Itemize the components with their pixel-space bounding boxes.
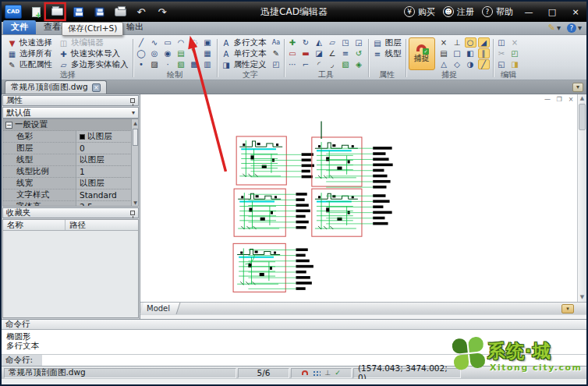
property-row-textheight[interactable]: 字体高 2.5 <box>3 201 138 207</box>
print-button[interactable] <box>113 4 127 19</box>
match-properties-button[interactable]: ✎匹配属性 <box>5 59 54 70</box>
property-grid-scrollbar[interactable]: ▲ ▼ <box>131 119 138 206</box>
model-tab[interactable]: Model <box>140 303 181 314</box>
close-button[interactable]: × <box>568 5 583 18</box>
rotate-icon[interactable]: ↻ <box>300 37 312 48</box>
app-logo-icon[interactable]: CAD <box>5 5 22 19</box>
dynamic-input-toggle-icon[interactable]: ✓ <box>335 369 341 377</box>
quick-entity-import-button[interactable]: ✚快速实体导入 <box>57 48 130 59</box>
order-icon[interactable]: ▱ <box>327 37 338 48</box>
save-button[interactable] <box>71 4 85 19</box>
draw-grid-icon[interactable]: ▩ <box>189 59 200 69</box>
snap-toggle-button[interactable]: 捕捉 <box>409 37 435 70</box>
draw-area-icon[interactable]: ▥ <box>202 59 214 69</box>
favorites-col-name[interactable]: 名称 <box>3 220 66 230</box>
scrollbar-thumb[interactable] <box>133 129 138 146</box>
draw-circle-icon[interactable]: ◯ <box>136 48 147 58</box>
redo-button[interactable]: ↷ <box>155 4 169 19</box>
mirror-icon[interactable]: ◭ <box>313 37 325 48</box>
mdi-restore-icon[interactable]: ❐ <box>554 95 564 104</box>
undo-button[interactable]: ↶ <box>134 4 148 19</box>
tab-output[interactable]: 输出 <box>119 20 151 34</box>
draw-block-icon[interactable]: ▣ <box>202 37 214 48</box>
snap-tangent-icon[interactable]: ◑ <box>465 59 476 69</box>
favorites-col-path[interactable]: 路径 <box>66 220 138 230</box>
open-button[interactable] <box>50 4 64 19</box>
snap-nearest-icon[interactable]: ◢ <box>478 37 490 48</box>
select-all-button[interactable]: ▦选择所有 <box>5 48 54 59</box>
polygon-entity-input-button[interactable]: ▱多边形实体输入 <box>57 59 130 70</box>
property-row-linetype[interactable]: 线型 以图层 <box>3 154 138 166</box>
property-row-color[interactable]: 色彩 以图层 <box>3 131 138 143</box>
preset-dropdown[interactable]: 默认值 ▾ <box>2 107 139 119</box>
draw-revcloud-icon[interactable]: ◌ <box>189 37 200 48</box>
draw-rectangle-icon[interactable]: ▭ <box>162 37 174 48</box>
pin-icon[interactable] <box>130 211 135 215</box>
draw-spline-icon[interactable]: ∿ <box>149 37 161 48</box>
chamfer-icon[interactable]: ◞ <box>327 59 338 69</box>
pin-icon[interactable] <box>130 98 135 103</box>
property-row-layer[interactable]: 图层 0 <box>3 143 138 154</box>
maximize-button[interactable]: □ <box>544 5 560 18</box>
layer-button[interactable]: ▤图层 <box>371 37 403 48</box>
align-icon[interactable]: ≡ <box>340 48 352 58</box>
mtext-button[interactable]: A多行文本 <box>220 37 268 48</box>
move-icon[interactable]: ✚ <box>287 37 299 48</box>
minimize-button[interactable]: — <box>521 5 537 18</box>
ungroup-icon[interactable]: ◲ <box>353 37 365 48</box>
property-row-lineweight[interactable]: 线宽 以图层 <box>3 178 138 189</box>
grid-toggle-icon[interactable] <box>312 370 321 377</box>
help-dropdown-button[interactable]: ?▾ <box>567 23 582 33</box>
scroll-up-icon[interactable]: ▲ <box>132 119 139 126</box>
group-icon[interactable]: ◳ <box>340 37 352 48</box>
edit-text-icon[interactable]: ✎ <box>271 48 282 58</box>
copy-icon[interactable]: ◫ <box>496 37 508 48</box>
new-button[interactable] <box>29 4 43 19</box>
hatch-edit-icon[interactable]: ▧ <box>340 59 352 69</box>
snap-perpendicular-icon[interactable]: ⊥ <box>452 37 463 48</box>
snap-quadrant-icon[interactable]: ◇ <box>452 59 463 69</box>
save-as-button[interactable] <box>92 4 106 19</box>
register-button[interactable]: ☻注册 <box>443 6 474 18</box>
mdi-close-icon[interactable]: × <box>566 95 576 104</box>
document-tab-close-icon[interactable]: × <box>92 83 101 92</box>
snap-angle-icon[interactable]: ╱ <box>478 59 490 69</box>
mdi-minimize-icon[interactable]: — <box>543 95 552 104</box>
fillet-icon[interactable]: ◜ <box>313 59 325 69</box>
draw-image-icon[interactable]: ▤ <box>175 48 187 58</box>
layout-dropdown-button[interactable]: ▾ <box>561 304 574 313</box>
help-button[interactable]: ?帮助 <box>482 6 513 18</box>
property-group-row[interactable]: − 一般设置 <box>3 119 138 131</box>
quick-select-button[interactable]: ▼快速选择 <box>5 37 54 48</box>
edit-attr-icon[interactable]: ◰ <box>271 59 282 69</box>
snap-center-icon[interactable]: ○ <box>465 37 476 48</box>
erase-icon[interactable]: ◪ <box>313 48 325 58</box>
gradient-icon[interactable]: ◈ <box>353 59 365 69</box>
snap-midpoint-icon[interactable]: △ <box>438 59 450 69</box>
snap-parallel-icon[interactable]: ∥ <box>478 48 490 58</box>
snap-insertion-icon[interactable]: ◧ <box>465 48 476 58</box>
draw-line-icon[interactable]: ╱ <box>136 37 147 48</box>
scroll-down-icon[interactable]: ▼ <box>132 199 139 206</box>
draw-point-icon[interactable]: • <box>136 59 147 69</box>
draw-dot-icon[interactable]: · <box>162 59 174 69</box>
refresh-icon[interactable]: ↺ <box>353 48 365 58</box>
scroll-down-icon[interactable]: ▼ <box>578 293 586 302</box>
attr-def-button[interactable]: ◨属性定义 <box>220 59 268 70</box>
scroll-up-icon[interactable]: ▲ <box>578 94 586 103</box>
paste-icon[interactable]: ◰ <box>509 48 521 58</box>
command-input[interactable] <box>42 355 586 366</box>
dtext-button[interactable]: A单行文本 <box>220 48 268 59</box>
linetype-button[interactable]: ≡线型 <box>371 48 403 59</box>
buy-button[interactable]: ¥购买 <box>404 6 435 18</box>
collapse-icon[interactable]: − <box>5 122 12 129</box>
style-dropdown-button[interactable]: ✎▾ <box>548 23 561 33</box>
ortho-toggle-icon[interactable]: ⊥ <box>324 369 331 377</box>
property-row-ltscale[interactable]: 线型比例 1 <box>3 166 138 178</box>
clip-icon[interactable]: ▭ <box>287 48 299 58</box>
paste-block-icon[interactable]: ◨ <box>509 59 521 69</box>
cut-icon[interactable]: ✂ <box>496 48 508 58</box>
snap-endpoint-icon[interactable]: □ <box>452 48 463 58</box>
snap-toggle-icon[interactable] <box>302 370 308 375</box>
snap-intersection-icon[interactable]: × <box>438 37 450 48</box>
